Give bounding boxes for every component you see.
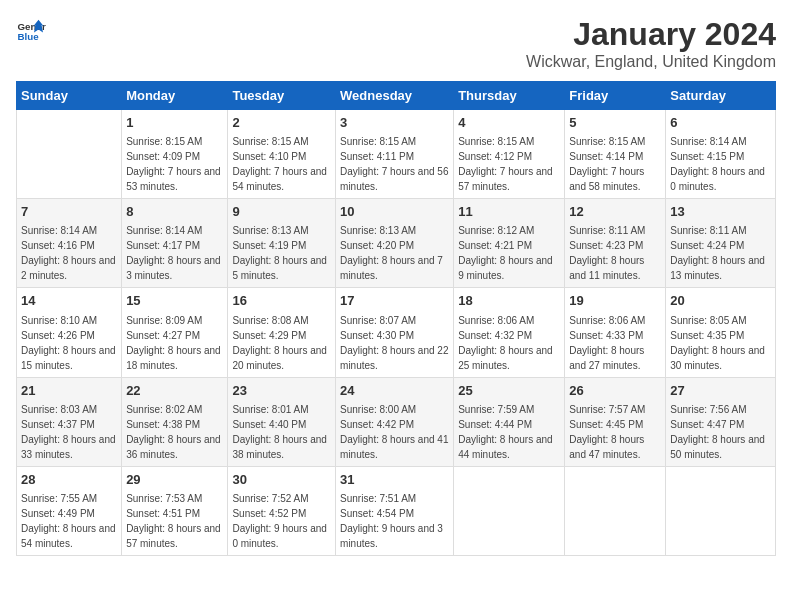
col-header-thursday: Thursday bbox=[454, 82, 565, 110]
header: General Blue January 2024 Wickwar, Engla… bbox=[16, 16, 776, 71]
calendar-cell: 11 Sunrise: 8:12 AMSunset: 4:21 PMDaylig… bbox=[454, 199, 565, 288]
cell-content: Sunrise: 8:13 AMSunset: 4:19 PMDaylight:… bbox=[232, 225, 327, 281]
day-number: 9 bbox=[232, 203, 331, 221]
day-number: 24 bbox=[340, 382, 449, 400]
col-header-sunday: Sunday bbox=[17, 82, 122, 110]
calendar-cell: 31 Sunrise: 7:51 AMSunset: 4:54 PMDaylig… bbox=[336, 466, 454, 555]
day-number: 13 bbox=[670, 203, 771, 221]
day-number: 20 bbox=[670, 292, 771, 310]
day-number: 8 bbox=[126, 203, 223, 221]
calendar-cell: 4 Sunrise: 8:15 AMSunset: 4:12 PMDayligh… bbox=[454, 110, 565, 199]
day-number: 25 bbox=[458, 382, 560, 400]
cell-content: Sunrise: 8:15 AMSunset: 4:11 PMDaylight:… bbox=[340, 136, 448, 192]
day-number: 21 bbox=[21, 382, 117, 400]
day-number: 27 bbox=[670, 382, 771, 400]
day-number: 2 bbox=[232, 114, 331, 132]
subtitle: Wickwar, England, United Kingdom bbox=[526, 53, 776, 71]
day-number: 11 bbox=[458, 203, 560, 221]
day-number: 15 bbox=[126, 292, 223, 310]
cell-content: Sunrise: 7:56 AMSunset: 4:47 PMDaylight:… bbox=[670, 404, 765, 460]
cell-content: Sunrise: 7:52 AMSunset: 4:52 PMDaylight:… bbox=[232, 493, 327, 549]
logo-icon: General Blue bbox=[16, 16, 46, 46]
calendar-cell: 23 Sunrise: 8:01 AMSunset: 4:40 PMDaylig… bbox=[228, 377, 336, 466]
cell-content: Sunrise: 8:01 AMSunset: 4:40 PMDaylight:… bbox=[232, 404, 327, 460]
day-number: 1 bbox=[126, 114, 223, 132]
calendar-week-row: 14 Sunrise: 8:10 AMSunset: 4:26 PMDaylig… bbox=[17, 288, 776, 377]
calendar-cell: 1 Sunrise: 8:15 AMSunset: 4:09 PMDayligh… bbox=[122, 110, 228, 199]
day-number: 3 bbox=[340, 114, 449, 132]
calendar-cell: 8 Sunrise: 8:14 AMSunset: 4:17 PMDayligh… bbox=[122, 199, 228, 288]
cell-content: Sunrise: 8:14 AMSunset: 4:15 PMDaylight:… bbox=[670, 136, 765, 192]
day-number: 10 bbox=[340, 203, 449, 221]
calendar-cell: 20 Sunrise: 8:05 AMSunset: 4:35 PMDaylig… bbox=[666, 288, 776, 377]
cell-content: Sunrise: 8:09 AMSunset: 4:27 PMDaylight:… bbox=[126, 315, 221, 371]
cell-content: Sunrise: 8:15 AMSunset: 4:10 PMDaylight:… bbox=[232, 136, 327, 192]
calendar-week-row: 1 Sunrise: 8:15 AMSunset: 4:09 PMDayligh… bbox=[17, 110, 776, 199]
cell-content: Sunrise: 8:06 AMSunset: 4:32 PMDaylight:… bbox=[458, 315, 553, 371]
cell-content: Sunrise: 8:03 AMSunset: 4:37 PMDaylight:… bbox=[21, 404, 116, 460]
calendar-cell: 27 Sunrise: 7:56 AMSunset: 4:47 PMDaylig… bbox=[666, 377, 776, 466]
calendar-cell bbox=[666, 466, 776, 555]
calendar-cell bbox=[454, 466, 565, 555]
day-number: 26 bbox=[569, 382, 661, 400]
calendar-cell: 5 Sunrise: 8:15 AMSunset: 4:14 PMDayligh… bbox=[565, 110, 666, 199]
main-title: January 2024 bbox=[526, 16, 776, 53]
day-number: 14 bbox=[21, 292, 117, 310]
calendar-cell: 28 Sunrise: 7:55 AMSunset: 4:49 PMDaylig… bbox=[17, 466, 122, 555]
cell-content: Sunrise: 8:14 AMSunset: 4:17 PMDaylight:… bbox=[126, 225, 221, 281]
cell-content: Sunrise: 8:02 AMSunset: 4:38 PMDaylight:… bbox=[126, 404, 221, 460]
cell-content: Sunrise: 8:15 AMSunset: 4:12 PMDaylight:… bbox=[458, 136, 553, 192]
calendar-cell: 12 Sunrise: 8:11 AMSunset: 4:23 PMDaylig… bbox=[565, 199, 666, 288]
col-header-saturday: Saturday bbox=[666, 82, 776, 110]
logo: General Blue bbox=[16, 16, 46, 46]
cell-content: Sunrise: 7:55 AMSunset: 4:49 PMDaylight:… bbox=[21, 493, 116, 549]
calendar-cell: 7 Sunrise: 8:14 AMSunset: 4:16 PMDayligh… bbox=[17, 199, 122, 288]
cell-content: Sunrise: 8:15 AMSunset: 4:14 PMDaylight:… bbox=[569, 136, 645, 192]
calendar-cell: 9 Sunrise: 8:13 AMSunset: 4:19 PMDayligh… bbox=[228, 199, 336, 288]
cell-content: Sunrise: 8:11 AMSunset: 4:24 PMDaylight:… bbox=[670, 225, 765, 281]
cell-content: Sunrise: 7:53 AMSunset: 4:51 PMDaylight:… bbox=[126, 493, 221, 549]
calendar-cell: 17 Sunrise: 8:07 AMSunset: 4:30 PMDaylig… bbox=[336, 288, 454, 377]
calendar-cell: 18 Sunrise: 8:06 AMSunset: 4:32 PMDaylig… bbox=[454, 288, 565, 377]
day-number: 29 bbox=[126, 471, 223, 489]
cell-content: Sunrise: 8:00 AMSunset: 4:42 PMDaylight:… bbox=[340, 404, 448, 460]
col-header-wednesday: Wednesday bbox=[336, 82, 454, 110]
day-number: 7 bbox=[21, 203, 117, 221]
cell-content: Sunrise: 8:15 AMSunset: 4:09 PMDaylight:… bbox=[126, 136, 221, 192]
calendar-cell: 29 Sunrise: 7:53 AMSunset: 4:51 PMDaylig… bbox=[122, 466, 228, 555]
day-number: 31 bbox=[340, 471, 449, 489]
calendar-cell: 3 Sunrise: 8:15 AMSunset: 4:11 PMDayligh… bbox=[336, 110, 454, 199]
day-number: 19 bbox=[569, 292, 661, 310]
day-number: 30 bbox=[232, 471, 331, 489]
cell-content: Sunrise: 8:08 AMSunset: 4:29 PMDaylight:… bbox=[232, 315, 327, 371]
cell-content: Sunrise: 8:07 AMSunset: 4:30 PMDaylight:… bbox=[340, 315, 448, 371]
calendar-cell: 14 Sunrise: 8:10 AMSunset: 4:26 PMDaylig… bbox=[17, 288, 122, 377]
day-number: 4 bbox=[458, 114, 560, 132]
day-number: 23 bbox=[232, 382, 331, 400]
day-number: 16 bbox=[232, 292, 331, 310]
calendar-cell: 16 Sunrise: 8:08 AMSunset: 4:29 PMDaylig… bbox=[228, 288, 336, 377]
cell-content: Sunrise: 7:57 AMSunset: 4:45 PMDaylight:… bbox=[569, 404, 645, 460]
cell-content: Sunrise: 8:06 AMSunset: 4:33 PMDaylight:… bbox=[569, 315, 645, 371]
day-number: 22 bbox=[126, 382, 223, 400]
calendar-cell: 22 Sunrise: 8:02 AMSunset: 4:38 PMDaylig… bbox=[122, 377, 228, 466]
calendar-cell: 21 Sunrise: 8:03 AMSunset: 4:37 PMDaylig… bbox=[17, 377, 122, 466]
calendar-cell: 2 Sunrise: 8:15 AMSunset: 4:10 PMDayligh… bbox=[228, 110, 336, 199]
calendar-header-row: SundayMondayTuesdayWednesdayThursdayFrid… bbox=[17, 82, 776, 110]
day-number: 18 bbox=[458, 292, 560, 310]
calendar-week-row: 21 Sunrise: 8:03 AMSunset: 4:37 PMDaylig… bbox=[17, 377, 776, 466]
cell-content: Sunrise: 8:14 AMSunset: 4:16 PMDaylight:… bbox=[21, 225, 116, 281]
calendar-cell: 24 Sunrise: 8:00 AMSunset: 4:42 PMDaylig… bbox=[336, 377, 454, 466]
col-header-friday: Friday bbox=[565, 82, 666, 110]
col-header-tuesday: Tuesday bbox=[228, 82, 336, 110]
day-number: 17 bbox=[340, 292, 449, 310]
cell-content: Sunrise: 8:10 AMSunset: 4:26 PMDaylight:… bbox=[21, 315, 116, 371]
title-section: January 2024 Wickwar, England, United Ki… bbox=[526, 16, 776, 71]
calendar-cell: 25 Sunrise: 7:59 AMSunset: 4:44 PMDaylig… bbox=[454, 377, 565, 466]
svg-text:Blue: Blue bbox=[18, 31, 40, 42]
calendar-cell: 15 Sunrise: 8:09 AMSunset: 4:27 PMDaylig… bbox=[122, 288, 228, 377]
calendar-cell: 13 Sunrise: 8:11 AMSunset: 4:24 PMDaylig… bbox=[666, 199, 776, 288]
calendar-cell: 26 Sunrise: 7:57 AMSunset: 4:45 PMDaylig… bbox=[565, 377, 666, 466]
calendar-cell: 19 Sunrise: 8:06 AMSunset: 4:33 PMDaylig… bbox=[565, 288, 666, 377]
cell-content: Sunrise: 7:59 AMSunset: 4:44 PMDaylight:… bbox=[458, 404, 553, 460]
